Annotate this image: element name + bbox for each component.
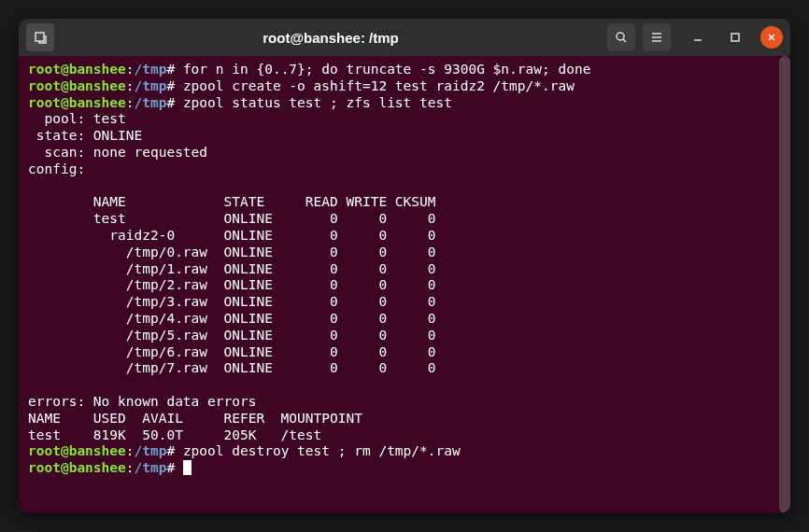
search-button[interactable] bbox=[607, 23, 635, 51]
svg-point-1 bbox=[617, 33, 624, 40]
svg-rect-7 bbox=[731, 34, 739, 41]
hamburger-icon bbox=[650, 31, 663, 44]
window-controls bbox=[686, 25, 783, 49]
svg-line-2 bbox=[623, 39, 626, 42]
scrollbar-thumb[interactable] bbox=[779, 56, 790, 513]
new-tab-button[interactable] bbox=[26, 23, 54, 51]
close-button[interactable] bbox=[760, 26, 783, 49]
new-tab-icon bbox=[34, 31, 47, 44]
menu-button[interactable] bbox=[643, 23, 671, 51]
terminal-content[interactable]: root@banshee:/tmp# for n in {0..7}; do t… bbox=[19, 56, 779, 513]
minimize-button[interactable] bbox=[686, 25, 710, 49]
maximize-icon bbox=[731, 33, 740, 42]
window-title: root@banshee: /tmp bbox=[62, 30, 600, 46]
titlebar: root@banshee: /tmp bbox=[19, 19, 790, 56]
cursor bbox=[183, 460, 192, 475]
maximize-button[interactable] bbox=[723, 25, 747, 49]
scrollbar[interactable] bbox=[779, 56, 790, 513]
close-icon bbox=[767, 33, 776, 42]
minimize-icon bbox=[693, 33, 703, 42]
terminal-body: root@banshee:/tmp# for n in {0..7}; do t… bbox=[19, 56, 790, 513]
search-icon bbox=[615, 31, 628, 44]
terminal-window: root@banshee: /tmp root@banshee:/tmp# fo… bbox=[19, 19, 790, 513]
svg-rect-0 bbox=[35, 33, 44, 41]
